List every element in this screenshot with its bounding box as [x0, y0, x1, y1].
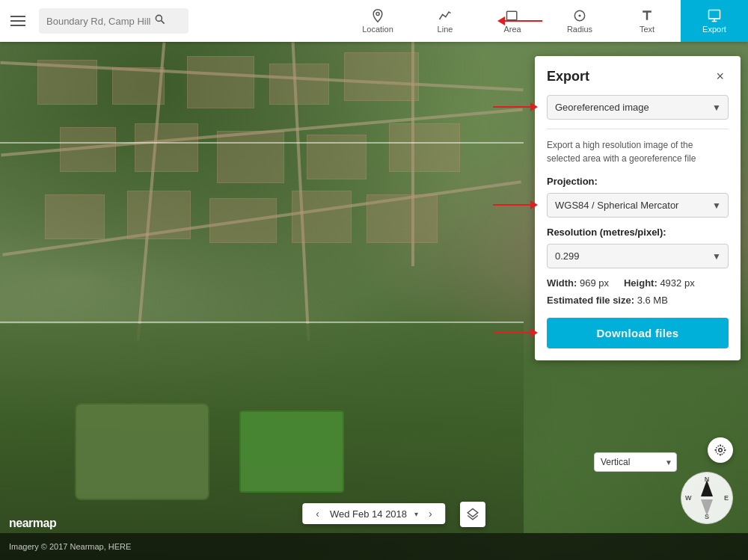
width-info: Width: 969 px	[547, 277, 609, 289]
nearmap-logo-text: nearmap	[9, 517, 56, 530]
search-bar[interactable]	[39, 8, 188, 34]
svg-point-7	[719, 449, 723, 452]
nearmap-logo: nearmap	[9, 517, 56, 530]
gps-icon	[714, 443, 727, 457]
panel-divider-1	[547, 129, 729, 129]
height-label: Height:	[624, 277, 657, 289]
locate-me-button[interactable]	[708, 437, 733, 463]
hamburger-icon	[10, 16, 25, 26]
filesize-row: Estimated file size: 3.6 MB	[547, 295, 729, 306]
text-icon	[640, 8, 654, 23]
nav-tool-radius[interactable]: Radius	[546, 0, 613, 42]
filesize-label: Estimated file size:	[547, 295, 634, 306]
date-prev-button[interactable]: ‹	[313, 508, 322, 520]
export-icon	[707, 8, 722, 23]
bottom-bar: Imagery © 2017 Nearmap, HERE	[0, 533, 748, 560]
svg-rect-6	[709, 10, 720, 19]
navbar: Location Line Area Radius	[0, 0, 748, 42]
hamburger-button[interactable]	[0, 0, 36, 42]
export-panel-title: Export	[547, 69, 589, 84]
projection-select[interactable]: WGS84 / Spherical Mercator WGS84 / Geogr…	[547, 193, 729, 218]
search-input[interactable]	[46, 16, 151, 27]
layers-icon-button[interactable]	[460, 502, 485, 527]
export-panel: Export × Georeferenced image PNG JPEG Ge…	[535, 56, 741, 360]
svg-point-2	[376, 12, 379, 15]
nav-tool-text-label: Text	[640, 25, 654, 34]
compass-rose: N S E W	[681, 472, 733, 524]
height-info: Height: 4932 px	[624, 277, 695, 289]
resolution-select[interactable]: 0.299 0.5 1.0 2.0	[547, 244, 729, 268]
imagery-attribution: Imagery © 2017 Nearmap, HERE	[9, 542, 131, 551]
width-value: 969 px	[580, 277, 609, 289]
nav-tool-location[interactable]: Location	[344, 0, 411, 42]
date-navigator: ‹ Wed Feb 14 2018 ▾ ›	[302, 503, 445, 524]
date-label: Wed Feb 14 2018	[330, 508, 407, 520]
projection-label: Projection:	[547, 176, 729, 187]
close-button[interactable]: ×	[711, 68, 729, 84]
filesize-value: 3.6 MB	[637, 295, 668, 306]
dimensions-row: Width: 969 px Height: 4932 px	[547, 277, 729, 289]
svg-point-5	[579, 15, 580, 16]
radius-icon	[572, 8, 587, 23]
projection-arrow	[493, 199, 538, 211]
vertical-select[interactable]: Vertical Oblique North Oblique South Obl…	[594, 452, 677, 472]
image-type-select[interactable]: Georeferenced image PNG JPEG GeoTIFF	[547, 95, 729, 120]
line-icon	[438, 8, 453, 23]
search-icon[interactable]	[154, 13, 166, 28]
layers-icon	[466, 508, 479, 521]
nav-tool-text[interactable]: Text	[613, 0, 681, 42]
export-tab-arrow	[497, 15, 542, 27]
image-type-arrow	[493, 101, 538, 113]
resolution-select-wrapper: 0.299 0.5 1.0 2.0 ▼	[547, 244, 729, 268]
nav-tool-radius-label: Radius	[567, 25, 592, 34]
vertical-select-wrapper: Vertical Oblique North Oblique South Obl…	[594, 452, 677, 472]
nav-tool-line[interactable]: Line	[411, 0, 479, 42]
svg-line-1	[162, 21, 165, 24]
export-description: Export a high resolution image of the se…	[547, 138, 729, 165]
svg-point-8	[716, 446, 725, 455]
compass-west-label: W	[685, 494, 692, 502]
resolution-label: Resolution (metres/pixel):	[547, 227, 729, 238]
location-pin-icon	[370, 8, 385, 23]
height-value: 4932 px	[660, 277, 694, 289]
nav-tools: Location Line Area Radius	[344, 0, 748, 42]
date-next-button[interactable]: ›	[426, 508, 435, 520]
nav-tool-export[interactable]: Export	[681, 0, 748, 42]
nav-tool-location-label: Location	[362, 25, 393, 34]
compass-east-label: E	[724, 494, 729, 502]
date-dropdown-icon[interactable]: ▾	[414, 510, 418, 518]
nav-tool-line-label: Line	[438, 25, 453, 34]
export-panel-header: Export ×	[547, 68, 729, 84]
download-arrow	[493, 327, 538, 339]
width-label: Width:	[547, 277, 577, 289]
nav-tool-export-label: Export	[702, 25, 726, 34]
download-button[interactable]: Download files	[547, 318, 729, 348]
projection-select-wrapper: WGS84 / Spherical Mercator WGS84 / Geogr…	[547, 193, 729, 218]
image-type-select-wrapper: Georeferenced image PNG JPEG GeoTIFF ▼	[547, 95, 729, 120]
svg-point-0	[156, 15, 162, 21]
